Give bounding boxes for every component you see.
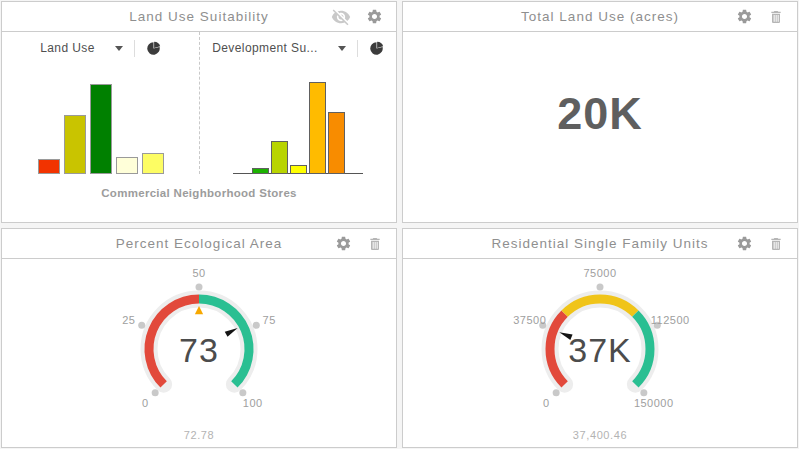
bar: [116, 157, 138, 174]
bar: [64, 115, 86, 174]
header-icons: [736, 229, 784, 258]
bar: [142, 153, 164, 174]
development-suitability-dropdown[interactable]: Development Su...: [212, 41, 346, 55]
panel-land-use-suitability: Land Use Suitability Land Use: [1, 1, 397, 223]
panel-header: Total Land Use (acres): [403, 2, 797, 32]
trash-icon[interactable]: [768, 236, 784, 252]
panel-header: Residential Single Family Units: [403, 229, 797, 259]
trash-icon[interactable]: [768, 9, 784, 25]
header-icons: [335, 229, 383, 258]
header-icons: [736, 2, 784, 31]
gauge-detail-value: 37,400.46: [403, 429, 797, 441]
panel-percent-ecological-area: Percent Ecological Area 0255075100 73 72…: [1, 228, 397, 448]
land-use-controls: Land Use: [2, 32, 199, 64]
panel-title: Residential Single Family Units: [491, 236, 708, 251]
dropdown-label: Development Su...: [212, 41, 318, 55]
panel-title: Total Land Use (acres): [521, 9, 679, 24]
dropdown-label: Land Use: [40, 41, 95, 55]
gauge-value: 37K: [403, 331, 797, 370]
visibility-off-icon[interactable]: [331, 7, 351, 27]
land-use-half: Land Use: [2, 32, 199, 174]
panel-body: 0255075100 73 72.78: [2, 261, 396, 449]
svg-text:50: 50: [192, 267, 205, 279]
development-suitability-half: Development Su...: [199, 32, 396, 174]
svg-text:0: 0: [543, 397, 550, 409]
svg-text:0: 0: [142, 397, 149, 409]
land-use-dropdown[interactable]: Land Use: [40, 41, 123, 55]
svg-text:25: 25: [122, 314, 135, 326]
development-suitability-bar-chart: [200, 64, 396, 174]
pie-chart-icon[interactable]: [369, 41, 384, 56]
bar: [90, 84, 112, 174]
panel-header: Land Use Suitability: [2, 2, 396, 32]
panel-body: Land Use Development Su...: [2, 32, 396, 223]
panel-total-land-use: Total Land Use (acres) 20K 19,565.38: [402, 1, 798, 223]
chart-caption: Commercial Neighborhood Stores: [2, 174, 396, 199]
svg-text:75: 75: [263, 314, 276, 326]
bar: [38, 159, 60, 174]
gear-icon[interactable]: [736, 8, 753, 25]
bar: [328, 112, 345, 174]
gear-icon[interactable]: [366, 8, 383, 25]
bar: [309, 82, 326, 174]
bar: [271, 141, 288, 174]
svg-text:150000: 150000: [634, 397, 674, 409]
trash-icon[interactable]: [367, 236, 383, 252]
panel-title: Percent Ecological Area: [116, 236, 282, 251]
dashboard: Land Use Suitability Land Use: [0, 0, 799, 449]
development-suitability-controls: Development Su...: [200, 32, 396, 64]
total-land-use-value: 20K: [403, 88, 797, 140]
pie-chart-icon[interactable]: [146, 41, 161, 56]
gear-icon[interactable]: [736, 235, 753, 252]
gear-icon[interactable]: [335, 235, 352, 252]
gauge-value: 73: [2, 331, 396, 370]
divider: [357, 40, 358, 57]
panel-body: 03750075000112500150000 37K 37,400.46: [403, 261, 797, 449]
chevron-down-icon: [338, 46, 346, 51]
svg-text:100: 100: [243, 397, 263, 409]
panel-title: Land Use Suitability: [129, 9, 268, 24]
svg-text:112500: 112500: [651, 314, 690, 326]
svg-text:37500: 37500: [513, 314, 546, 326]
land-use-bar-chart: [2, 64, 199, 174]
bar: [252, 168, 269, 174]
panel-header: Percent Ecological Area: [2, 229, 396, 259]
gauge-detail-value: 72.78: [2, 429, 396, 441]
svg-text:75000: 75000: [583, 267, 616, 279]
divider: [134, 40, 135, 57]
header-icons: [331, 2, 383, 31]
panel-residential-single-family-units: Residential Single Family Units 03750075…: [402, 228, 798, 448]
chart-halves: Land Use Development Su...: [2, 32, 396, 174]
chevron-down-icon: [115, 46, 123, 51]
bar: [290, 165, 307, 174]
